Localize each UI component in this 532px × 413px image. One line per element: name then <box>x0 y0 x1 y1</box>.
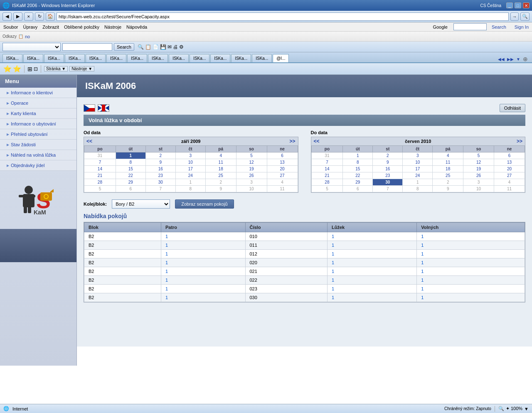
to-cal-day-5-5[interactable]: 10 <box>463 186 494 192</box>
to-cal-day-2-0[interactable]: 14 <box>311 166 343 172</box>
sidebar-item-objednavky[interactable]: Objednávky jídel <box>0 160 76 171</box>
minimize-button[interactable]: _ <box>506 2 513 8</box>
from-cal-prev[interactable]: << <box>86 138 92 144</box>
td-volnych-0[interactable]: 1 <box>417 232 525 241</box>
tab-8[interactable]: ISKa... <box>148 54 168 62</box>
stop-button[interactable]: ✕ <box>24 12 33 21</box>
td-volnych-3[interactable]: 1 <box>417 258 525 267</box>
toolbar-icon-4[interactable]: 💾 <box>160 44 166 50</box>
to-cal-day-5-0[interactable]: 5 <box>311 186 343 192</box>
toolbar-icon-5[interactable]: ✉ <box>167 44 172 50</box>
td-luzek-4[interactable]: 1 <box>328 267 417 276</box>
to-cal-day-3-5[interactable]: 26 <box>463 172 494 179</box>
to-cal-day-2-6[interactable]: 20 <box>494 166 525 172</box>
close-button[interactable]: ✕ <box>523 2 530 8</box>
to-cal-prev[interactable]: << <box>314 138 320 144</box>
address-bar[interactable] <box>57 12 509 21</box>
to-cal-day-0-5[interactable]: 5 <box>463 152 494 159</box>
show-rooms-button[interactable]: Zobraz seznam pokojů <box>175 199 234 209</box>
logout-button[interactable]: Odhlásit <box>500 104 525 112</box>
back-button[interactable]: ◀ <box>2 12 12 21</box>
td-patro-7[interactable]: 1 <box>161 293 245 302</box>
maximize-button[interactable]: □ <box>515 2 521 8</box>
tab-11[interactable]: ISKa... <box>210 54 230 62</box>
blok-select[interactable]: Bory / B2 Bory / B3 Bory / B4 <box>112 199 170 209</box>
menu-upravy[interactable]: Úpravy <box>23 25 37 30</box>
to-cal-day-3-0[interactable]: 21 <box>311 172 343 179</box>
td-volnych-4[interactable]: 1 <box>417 267 525 276</box>
from-cal-day-1-5[interactable]: 12 <box>236 159 267 166</box>
nav-icon-tabs[interactable]: ⊡ <box>34 66 38 72</box>
td-patro-4[interactable]: 1 <box>161 267 245 276</box>
td-luzek-0[interactable]: 1 <box>328 232 417 241</box>
links-no[interactable]: no <box>25 34 30 39</box>
to-cal-day-1-6[interactable]: 13 <box>494 159 525 166</box>
td-luzek-1[interactable]: 1 <box>328 241 417 250</box>
home-button[interactable]: 🏠 <box>46 12 55 21</box>
from-cal-day-0-5[interactable]: 5 <box>236 152 267 159</box>
to-cal-day-4-2[interactable]: 30 <box>373 179 403 186</box>
from-cal-day-3-6[interactable]: 27 <box>267 172 298 179</box>
to-cal-day-4-5[interactable]: 3 <box>463 179 494 186</box>
from-cal-day-1-0[interactable]: 7 <box>84 159 116 166</box>
toolbar-search-button[interactable]: Search <box>114 43 134 51</box>
from-cal-day-4-3[interactable]: 1 <box>175 179 205 186</box>
td-patro-0[interactable]: 1 <box>161 232 245 241</box>
from-cal-day-0-6[interactable]: 6 <box>267 152 298 159</box>
toolbar-icon-1[interactable]: 🔍 <box>138 44 144 50</box>
sidebar-item-operace[interactable]: Operace <box>0 98 76 108</box>
td-luzek-6[interactable]: 1 <box>328 285 417 293</box>
tools-btn[interactable]: Nástroje ▼ <box>69 66 94 71</box>
td-patro-6[interactable]: 1 <box>161 285 245 293</box>
menu-soubor[interactable]: Soubor <box>3 25 18 30</box>
from-cal-day-5-3[interactable]: 8 <box>175 186 205 192</box>
to-cal-day-1-2[interactable]: 9 <box>373 159 403 166</box>
page-btn[interactable]: Stránka ▼ <box>44 66 68 71</box>
to-cal-day-5-1[interactable]: 6 <box>343 186 373 192</box>
to-cal-day-0-3[interactable]: 3 <box>403 152 433 159</box>
to-cal-day-1-1[interactable]: 8 <box>343 159 373 166</box>
from-cal-day-3-2[interactable]: 23 <box>145 172 175 179</box>
td-volnych-1[interactable]: 1 <box>417 241 525 250</box>
rooms-table-scroll[interactable]: Blok Patro Číslo Lůžek Volných B2101011B… <box>84 222 525 302</box>
tab-5[interactable]: ISKa... <box>86 54 106 62</box>
to-cal-day-3-1[interactable]: 22 <box>343 172 373 179</box>
from-cal-day-2-3[interactable]: 17 <box>175 166 205 172</box>
toolbar-icon-6[interactable]: 🖨 <box>173 44 178 50</box>
from-cal-day-3-1[interactable]: 22 <box>116 172 145 179</box>
sign-in-label[interactable]: Sign In <box>515 25 529 30</box>
from-cal-day-5-2[interactable]: 7 <box>145 186 175 192</box>
tab-3[interactable]: ISKa... <box>44 54 64 62</box>
from-cal-day-2-5[interactable]: 19 <box>236 166 267 172</box>
from-cal-day-5-1[interactable]: 6 <box>116 186 145 192</box>
tab-9[interactable]: ISKa... <box>169 54 189 62</box>
nav-icon-grid[interactable]: ⊞ <box>27 66 32 72</box>
td-patro-1[interactable]: 1 <box>161 241 245 250</box>
from-cal-day-4-2[interactable]: 30 <box>145 179 175 186</box>
menu-oblibene[interactable]: Oblíbené položky <box>64 25 99 30</box>
toolbar-search[interactable] <box>62 43 112 51</box>
tab-7[interactable]: ISKa... <box>127 54 147 62</box>
from-cal-day-4-6[interactable]: 4 <box>267 179 298 186</box>
to-cal-day-2-2[interactable]: 16 <box>373 166 403 172</box>
to-cal-day-1-3[interactable]: 10 <box>403 159 433 166</box>
from-cal-day-4-1[interactable]: 29 <box>116 179 145 186</box>
tab-12[interactable]: ISKa... <box>231 54 251 62</box>
to-cal-day-0-2[interactable]: 2 <box>373 152 403 159</box>
to-cal-day-0-4[interactable]: 4 <box>433 152 463 159</box>
from-cal-day-0-2[interactable]: 2 <box>145 152 175 159</box>
sidebar-item-klientovi[interactable]: Informace o klientovi <box>0 88 76 98</box>
go-button[interactable]: → <box>510 12 519 21</box>
menu-zobrazit[interactable]: Zobrazit <box>42 25 59 30</box>
to-cal-day-4-0[interactable]: 28 <box>311 179 343 186</box>
sidebar-item-ubytovani-info[interactable]: Informace o ubytování <box>0 119 76 129</box>
sidebar-item-nahled[interactable]: Náhled na volná lůžka <box>0 150 76 160</box>
search-label[interactable]: Search <box>492 25 506 30</box>
to-cal-day-1-0[interactable]: 7 <box>311 159 343 166</box>
sidebar-item-karty[interactable]: Karty klienta <box>0 108 76 119</box>
tab-2[interactable]: ISKa... <box>23 54 43 62</box>
to-cal-day-2-1[interactable]: 15 <box>343 166 373 172</box>
from-cal-day-5-6[interactable]: 11 <box>267 186 298 192</box>
sidebar-item-stav[interactable]: Stav žádosti <box>0 140 76 150</box>
from-cal-day-1-2[interactable]: 9 <box>145 159 175 166</box>
